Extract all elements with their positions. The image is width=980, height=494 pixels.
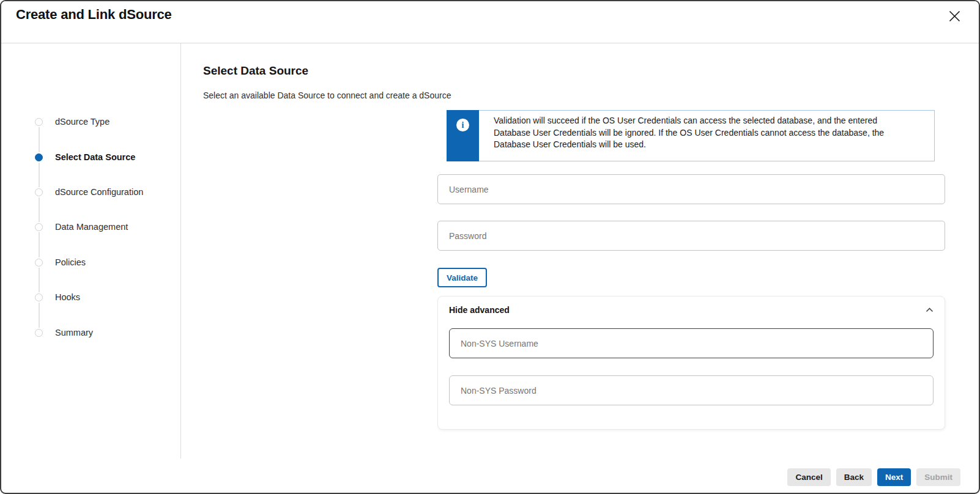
step-label: Hooks — [55, 292, 80, 302]
step-dot — [35, 329, 43, 337]
next-button[interactable]: Next — [877, 468, 911, 486]
step-label: Policies — [55, 257, 86, 267]
page-title: Select Data Source — [203, 64, 308, 78]
step-label: Summary — [55, 328, 93, 337]
info-banner-body: Validation will succeed if the OS User C… — [479, 110, 935, 161]
step-dot — [35, 259, 43, 267]
username-input[interactable] — [437, 174, 945, 204]
step-label: Select Data Source — [55, 152, 135, 162]
info-icon: i — [456, 119, 469, 131]
step-dot — [35, 118, 43, 126]
stepper-step-select-data-source[interactable]: Select Data Source — [35, 152, 135, 162]
non-sys-password-input[interactable] — [449, 375, 934, 405]
step-label: dSource Type — [55, 117, 110, 127]
step-dot — [35, 188, 43, 196]
advanced-toggle-label: Hide advanced — [449, 305, 510, 315]
step-label: dSource Configuration — [55, 187, 143, 197]
stepper-step-dsource-type[interactable]: dSource Type — [35, 117, 110, 127]
validate-button[interactable]: Validate — [437, 268, 487, 287]
info-banner: i Validation will succeed if the OS User… — [447, 110, 935, 161]
dialog-header: Create and Link dSource — [1, 1, 979, 43]
close-icon — [949, 10, 960, 22]
create-link-dsource-dialog: Create and Link dSource dSource Type Sel… — [0, 0, 980, 494]
non-sys-username-input[interactable] — [449, 328, 934, 358]
sidebar-divider — [180, 43, 181, 459]
close-button[interactable] — [947, 9, 962, 23]
stepper-step-policies[interactable]: Policies — [35, 257, 86, 267]
stepper-step-dsource-configuration[interactable]: dSource Configuration — [35, 187, 143, 197]
password-input[interactable] — [437, 221, 945, 251]
submit-button[interactable]: Submit — [916, 468, 960, 486]
stepper-step-hooks[interactable]: Hooks — [35, 292, 80, 302]
stepper-step-data-management[interactable]: Data Management — [35, 222, 128, 232]
chevron-up-icon — [926, 308, 934, 312]
stepper-step-summary[interactable]: Summary — [35, 328, 93, 337]
back-button[interactable]: Back — [836, 468, 872, 486]
step-dot-active — [35, 153, 43, 161]
step-dot — [35, 293, 43, 301]
step-dot — [35, 223, 43, 231]
cancel-button[interactable]: Cancel — [787, 468, 830, 486]
page-subtitle: Select an available Data Source to conne… — [203, 90, 451, 100]
dialog-title: Create and Link dSource — [16, 7, 172, 23]
info-banner-icon-block: i — [447, 110, 479, 161]
info-banner-text: Validation will succeed if the OS User C… — [494, 115, 894, 151]
stepper: dSource Type Select Data Source dSource … — [1, 43, 180, 459]
data-source-form: i Validation will succeed if the OS User… — [437, 110, 945, 430]
advanced-section: Hide advanced — [437, 296, 945, 430]
step-label: Data Management — [55, 222, 128, 232]
advanced-toggle[interactable]: Hide advanced — [449, 297, 934, 315]
footer-actions: Cancel Back Next Submit — [787, 468, 960, 486]
